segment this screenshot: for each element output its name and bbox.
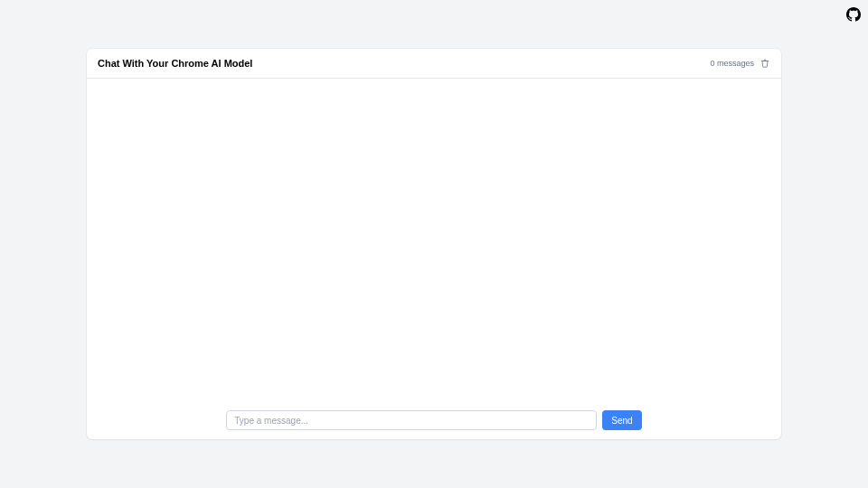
send-button[interactable]: Send (602, 410, 641, 430)
message-list (87, 79, 781, 403)
github-link[interactable] (846, 7, 861, 22)
github-icon (846, 7, 861, 22)
composer: Send (87, 403, 781, 439)
message-input[interactable] (226, 410, 597, 430)
header-right: 0 messages (710, 58, 770, 69)
clear-messages-button[interactable] (760, 58, 770, 69)
message-count: 0 messages (710, 59, 754, 68)
panel-header: Chat With Your Chrome AI Model 0 message… (87, 49, 781, 79)
trash-icon (760, 59, 769, 68)
chat-panel: Chat With Your Chrome AI Model 0 message… (87, 49, 781, 439)
page-title: Chat With Your Chrome AI Model (98, 58, 252, 69)
